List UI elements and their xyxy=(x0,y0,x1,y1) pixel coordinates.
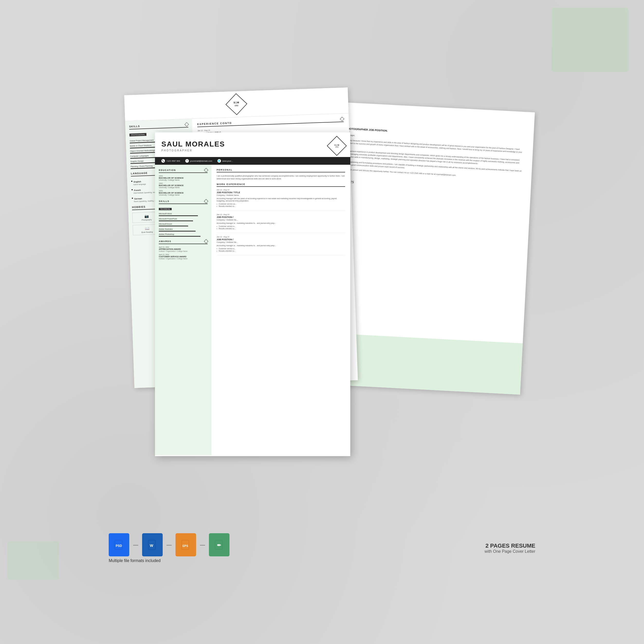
resume-name: SAUL MORALES xyxy=(161,140,344,148)
resume-stack: April 18, 2018 #454 32316 POSITION : FUL… xyxy=(104,81,540,518)
p1-skill-2: Microsoft PowerPoint xyxy=(159,218,208,221)
contact-website: 🌐 www.your... xyxy=(217,159,233,163)
exp-diamond-icon xyxy=(340,117,344,121)
svg-text:W: W xyxy=(150,544,153,548)
word-icon: W xyxy=(142,533,163,556)
svg-text:✏: ✏ xyxy=(217,543,221,548)
awards-title: AWARDS xyxy=(159,240,208,244)
award-2: April 22, 2002 CUSTOMER SERVICE AWARD In… xyxy=(159,254,208,260)
svg-text:PSD: PSD xyxy=(116,544,122,548)
education-title: EDUCATION xyxy=(159,169,208,173)
file-formats-icons: PSD — W — EPS — xyxy=(109,533,229,556)
psd-icon: PSD xyxy=(109,533,129,556)
email-icon: ✉ xyxy=(186,160,188,162)
eps-icon: EPS xyxy=(176,533,196,556)
page1-header: SAUL MORALES PHOTOGRAPHER S | M 1982 xyxy=(155,132,350,157)
edu-item-2: 2002 BACHELOR OF SCIENCE University / Co… xyxy=(159,182,208,188)
logo-diamond: S | M1982 xyxy=(225,93,247,115)
main-container: April 18, 2018 #454 32316 POSITION : FUL… xyxy=(0,0,644,644)
logo-text: S | M1982 xyxy=(234,101,239,107)
page1-left-panel: EDUCATION 2002 BACHELOR OF SCIENCE Unive… xyxy=(155,165,211,455)
page1-right-panel: PERSONAL I am a professionally qualified… xyxy=(211,165,350,455)
bottom-section: PSD — W — EPS — xyxy=(104,533,540,563)
p1-skill-5: Adobe Photoshop xyxy=(159,233,208,237)
skills-diamond-p1 xyxy=(204,199,208,204)
edu-item-1: 2002 BACHELOR OF SCIENCE University / Co… xyxy=(159,175,208,181)
pen-icon: ✏ xyxy=(209,533,229,556)
contact-email: ✉ youremail@domain.com xyxy=(185,159,212,163)
technical-tag: TECHNICAL xyxy=(159,208,172,210)
work-exp-2: Jan 12 - Aug 14 JOB POSITION / Company /… xyxy=(217,214,345,233)
contact-phone: 📞 +123 4567 893 xyxy=(161,159,180,163)
resume-page-1: SAUL MORALES PHOTOGRAPHER S | M 1982 xyxy=(155,132,350,456)
p1-skill-4: Adobe Illustrator xyxy=(159,228,208,232)
svg-text:EPS: EPS xyxy=(182,544,188,547)
personal-text: I am a professionally qualified photogra… xyxy=(217,174,345,180)
skills-section-title: SKILLS xyxy=(129,123,188,130)
skills-title-p1: SKILLS xyxy=(159,200,208,204)
cover-signature-block: Saul Morales Saul Morales xyxy=(329,178,522,197)
web-dot: 🌐 xyxy=(217,159,221,163)
arrow-1: — xyxy=(133,542,138,548)
skills-diamond-icon xyxy=(185,122,189,127)
work-exp-3: Jan 12 - Aug 14 JOB POSITION / Company /… xyxy=(217,236,345,255)
contact-bar: 📞 +123 4567 893 ✉ youremail@domain.com 🌐… xyxy=(155,157,350,165)
email-dot: ✉ xyxy=(185,159,189,163)
page1-logo: S | M 1982 xyxy=(330,139,344,153)
formats-text: Multiple file formats included xyxy=(109,558,229,563)
resume-title: PHOTOGRAPHER xyxy=(161,149,344,152)
work-exp-title: WORK EXPERIENCE xyxy=(217,183,345,187)
arrow-3: — xyxy=(200,542,205,548)
phone-icon: 📞 xyxy=(162,160,164,162)
awards-diamond xyxy=(204,239,208,244)
pages-subtitle: with One Page Cover Letter xyxy=(485,549,535,554)
professional-tag: PROFESSIONAL xyxy=(130,133,147,136)
award-1: April 22, 2002 APPRECIATION AWARD Instit… xyxy=(159,246,208,252)
education-list: 2002 BACHELOR OF SCIENCE University / Co… xyxy=(159,175,208,196)
education-diamond xyxy=(204,168,208,172)
page1-body: EDUCATION 2002 BACHELOR OF SCIENCE Unive… xyxy=(155,165,350,455)
right-info: 2 PAGES RESUME with One Page Cover Lette… xyxy=(485,542,535,554)
p1-skill-3: Microsoft Excel xyxy=(159,223,208,226)
p1-skill-1: Microsoft Word xyxy=(159,213,208,216)
pages-title: 2 PAGES RESUME xyxy=(485,542,535,549)
phone-dot: 📞 xyxy=(161,159,165,163)
work-exp-1: Jan 12 - Aug 14 JOB POSITION / TITLE Com… xyxy=(217,189,345,211)
edu-item-3: 2002 BACHELOR OF SCIENCE University / Co… xyxy=(159,190,208,196)
file-formats-section: PSD — W — EPS — xyxy=(109,533,229,563)
web-icon: 🌐 xyxy=(218,160,220,162)
arrow-2: — xyxy=(167,542,172,548)
personal-section-title: PERSONAL xyxy=(217,169,345,172)
